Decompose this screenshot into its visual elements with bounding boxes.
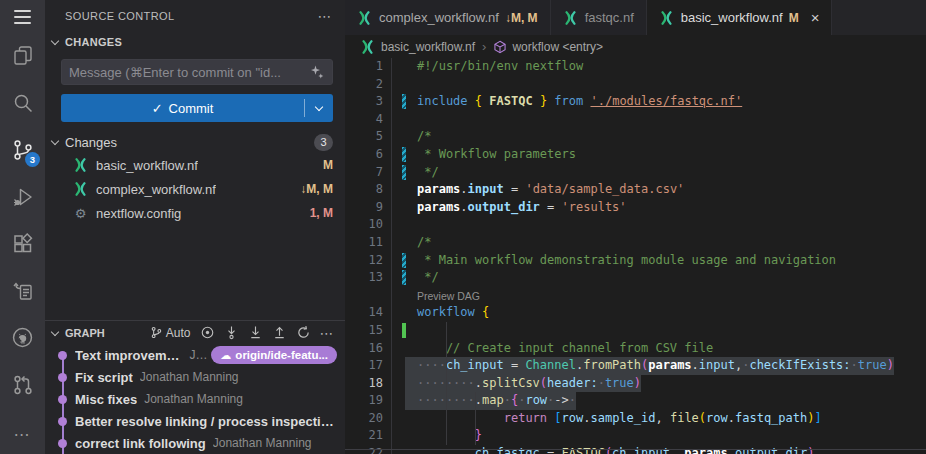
line-number: 14: [345, 304, 383, 322]
line-number: 12: [345, 252, 383, 270]
activity-document-history[interactable]: [0, 267, 45, 314]
activity-extensions[interactable]: [0, 220, 45, 267]
fetch-icon[interactable]: [224, 325, 239, 340]
hamburger-icon: [14, 10, 31, 23]
code-line: 13 */: [345, 269, 926, 287]
breadcrumb: basic_workflow.nf › workflow <entry>: [345, 35, 926, 58]
line-number: 10: [345, 216, 383, 234]
gutter-modified-icon[interactable]: [402, 94, 406, 109]
nextflow-icon: [72, 157, 89, 173]
breadcrumb-symbol[interactable]: workflow <entry>: [493, 40, 603, 54]
code-line: 18········.splitCsv(header:·true): [345, 375, 926, 393]
changed-file-row[interactable]: ⚙nextflow.config1, M: [45, 201, 345, 225]
activity-search[interactable]: [0, 79, 45, 126]
commit-row[interactable]: Fix scriptJonathan Manning: [45, 366, 345, 388]
activity-explorer[interactable]: [0, 32, 45, 79]
nextflow-icon: [72, 181, 89, 197]
codelens-preview-dag[interactable]: Preview DAG: [345, 287, 926, 305]
changes-group-header[interactable]: Changes 3: [45, 131, 345, 153]
gear-icon: ⚙: [75, 206, 87, 221]
code-line: 19········.map·{·row·->·: [345, 392, 926, 410]
commit-message-input[interactable]: [69, 65, 309, 80]
file-status: ↓M, M: [292, 182, 333, 196]
line-number: 17: [345, 357, 383, 375]
branch-ref-label: origin/ide-featu...: [235, 349, 328, 361]
changed-file-row[interactable]: basic_workflow.nfM: [45, 153, 345, 177]
code-line: 20 return [row.sample_id, file(row.fastq…: [345, 410, 926, 428]
tab-title: basic_workflow.nf: [681, 10, 783, 25]
gutter-modified-icon[interactable]: [402, 165, 406, 180]
graph-auto-toggle[interactable]: Auto: [150, 326, 191, 340]
explorer-icon: [11, 44, 35, 68]
breadcrumb-file[interactable]: basic_workflow.nf: [360, 39, 475, 54]
line-number: 3: [345, 93, 383, 111]
gear-icon: ⚙: [72, 205, 89, 221]
menu-button[interactable]: [0, 2, 45, 32]
changes-section-header[interactable]: CHANGES: [45, 32, 345, 52]
sidebar-title: SOURCE CONTROL: [65, 10, 175, 22]
commit-message: Text improvement: [75, 348, 182, 363]
line-number: 19: [345, 392, 383, 410]
pull-icon[interactable]: [248, 325, 263, 340]
push-icon[interactable]: [272, 325, 287, 340]
code-line: 14workflow {: [345, 304, 926, 322]
tab-status: ↓M, M: [505, 11, 538, 25]
indent-guide: [475, 392, 476, 445]
code-line: 15: [345, 322, 926, 340]
commit-message: Misc fixes: [75, 392, 137, 407]
editor-tab[interactable]: complex_workflow.nf↓M, M: [345, 0, 551, 35]
code-line: 12 * Main workflow demonstrating module …: [345, 252, 926, 270]
gutter-modified-icon[interactable]: [402, 253, 406, 268]
line-number: 1: [345, 58, 383, 76]
activity-pull-request[interactable]: [0, 361, 45, 408]
commit-author: Jo...: [189, 348, 211, 362]
sidebar-more-icon[interactable]: ⋯: [318, 8, 334, 24]
gutter-modified-icon[interactable]: [402, 270, 406, 285]
activity-github[interactable]: [0, 314, 45, 361]
refresh-icon[interactable]: [296, 325, 311, 340]
editor-tab[interactable]: basic_workflow.nfM×: [647, 0, 833, 35]
graph-more-icon[interactable]: ⋯: [320, 325, 336, 341]
commit-graph: Text improvementJo...☁origin/ide-featu..…: [45, 344, 345, 454]
activity-bar: 3: [0, 0, 45, 454]
cloud-icon: ☁: [220, 349, 231, 362]
editor-bottom-border: [345, 449, 926, 450]
document-arrow-icon: [11, 279, 35, 303]
line-number: 6: [345, 146, 383, 164]
activity-more-button[interactable]: ⋯: [14, 420, 32, 448]
sparkle-icon[interactable]: [309, 64, 325, 80]
commit-author: Jonathan Manning: [213, 436, 312, 450]
editor-tab[interactable]: fastqc.nf: [551, 0, 647, 35]
line-number: 21: [345, 427, 383, 445]
commit-row[interactable]: Misc fixesJonathan Manning: [45, 388, 345, 410]
target-icon[interactable]: [200, 325, 215, 340]
graph-section-label: GRAPH: [65, 327, 105, 339]
activity-source-control[interactable]: 3: [0, 126, 45, 173]
commit-row[interactable]: Better resolve linking / process inspect…: [45, 410, 345, 432]
commit-button[interactable]: ✓ Commit: [61, 94, 333, 122]
code-line: 5/*: [345, 128, 926, 146]
line-number: 4: [345, 111, 383, 129]
activity-run-debug[interactable]: [0, 173, 45, 220]
line-number: 16: [345, 340, 383, 358]
nextflow-icon: [659, 10, 675, 25]
chevron-down-icon: [51, 37, 59, 45]
file-status: M: [315, 158, 333, 172]
code-editor[interactable]: 1#!/usr/bin/env nextflow23include { FAST…: [345, 58, 926, 454]
gutter-modified-icon[interactable]: [402, 147, 406, 162]
code-line: 9params.output_dir = 'results': [345, 199, 926, 217]
branch-ref-badge[interactable]: ☁origin/ide-featu...: [211, 346, 337, 364]
commit-row[interactable]: Text improvementJo...☁origin/ide-featu..…: [45, 344, 345, 366]
tab-status: M: [789, 11, 799, 25]
close-icon[interactable]: ×: [811, 10, 820, 25]
extensions-icon: [11, 232, 35, 256]
commit-message-box: [61, 59, 333, 85]
commit-dropdown-button[interactable]: [305, 94, 333, 122]
changed-file-row[interactable]: complex_workflow.nf↓M, M: [45, 177, 345, 201]
line-number: 7: [345, 164, 383, 182]
line-number: 20: [345, 410, 383, 428]
commit-row[interactable]: correct link followingJonathan Manning: [45, 432, 345, 454]
chevron-down-icon: [51, 137, 59, 145]
run-debug-icon: [11, 185, 35, 209]
gutter-added-icon[interactable]: [402, 323, 406, 338]
